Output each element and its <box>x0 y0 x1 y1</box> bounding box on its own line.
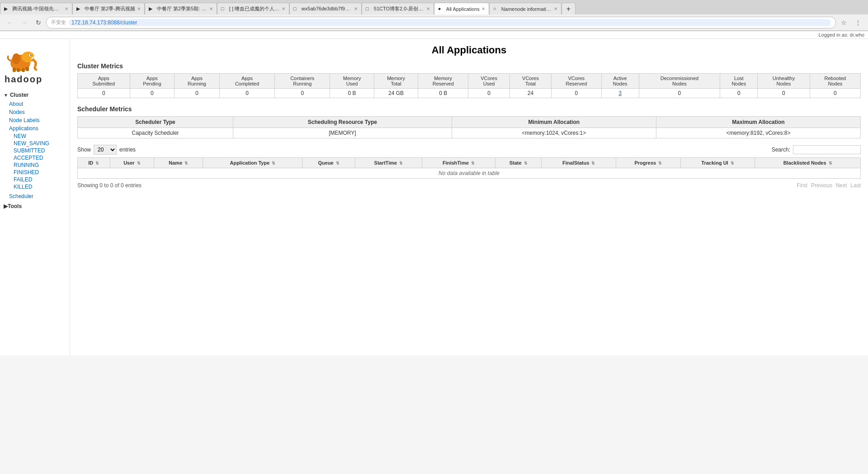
tab-close-5[interactable]: ✕ <box>354 6 358 11</box>
val-apps-submitted: 0 <box>78 89 130 98</box>
address-bar[interactable]: 不安全 172.18.74.173:8088/cluster <box>46 17 836 28</box>
col-blacklisted-nodes[interactable]: Blacklisted Nodes ⇅ <box>755 158 861 168</box>
scheduler-metrics-title: Scheduler Metrics <box>77 105 861 113</box>
tab-close-7[interactable]: ✕ <box>481 6 485 11</box>
col-app-type[interactable]: Application Type ⇅ <box>203 158 302 168</box>
sidebar-app-failed[interactable]: FAILED <box>5 176 70 183</box>
tab-new[interactable]: + <box>561 3 576 14</box>
col-vcores-used: VCoresUsed <box>468 74 510 89</box>
sidebar-node-labels[interactable]: Node Labels <box>0 116 70 124</box>
sidebar-app-submitted[interactable]: SUBMITTED <box>5 147 70 154</box>
tab-6[interactable]: □ 51CTO博客2.0-原创IT技… ✕ <box>362 3 434 14</box>
col-state[interactable]: State ⇅ <box>495 158 541 168</box>
sort-apptype-icon: ⇅ <box>272 161 275 166</box>
sort-tracking-icon: ⇅ <box>731 161 734 166</box>
sidebar-app-running[interactable]: RUNNING <box>5 161 70 169</box>
sort-progress-icon: ⇅ <box>658 161 662 166</box>
col-tracking-ui[interactable]: Tracking UI ⇅ <box>680 158 755 168</box>
sched-col-min: Minimum Allocation <box>452 117 656 128</box>
col-id[interactable]: ID ⇅ <box>78 158 110 168</box>
back-button[interactable]: ← <box>4 18 16 28</box>
entries-select[interactable]: 20 50 100 <box>94 145 117 155</box>
col-progress[interactable]: Progress ⇅ <box>616 158 680 168</box>
val-memory-total: 24 GB <box>374 89 418 98</box>
tab-close-6[interactable]: ✕ <box>426 6 430 11</box>
scheduler-row: Capacity Scheduler [MEMORY] <memory:1024… <box>78 128 861 138</box>
sidebar-about[interactable]: About <box>0 100 70 108</box>
cluster-arrow-icon: ▼ <box>4 93 8 98</box>
tab-8[interactable]: ○ Namenode informatio… ✕ <box>489 3 561 14</box>
sidebar: hadoop ▼ Cluster About Nodes Node Labels… <box>0 39 70 356</box>
sched-col-resource: Scheduling Resource Type <box>233 117 452 128</box>
sort-blacklist-icon: ⇅ <box>829 161 832 166</box>
tools-section-header[interactable]: ▶ Tools <box>0 200 70 212</box>
sidebar-nodes[interactable]: Nodes <box>0 108 70 116</box>
pagination-last[interactable]: Last <box>850 182 861 189</box>
sidebar-applications[interactable]: Applications <box>0 124 70 133</box>
col-user[interactable]: User ⇅ <box>110 158 154 168</box>
search-label: Search: <box>772 147 790 153</box>
sidebar-app-new-saving[interactable]: NEW_SAVING <box>5 140 70 147</box>
sort-name-icon: ⇅ <box>184 161 188 166</box>
show-entries: Show 20 50 100 entries <box>77 145 136 155</box>
tab-4[interactable]: □ [ ] 嗜血已成魔的个人主… ✕ <box>217 3 289 14</box>
pagination-previous[interactable]: Previous <box>811 182 832 189</box>
sched-col-type: Scheduler Type <box>78 117 233 128</box>
col-name[interactable]: Name ⇅ <box>154 158 203 168</box>
search-control: Search: <box>772 145 861 154</box>
address-text[interactable]: 172.18.74.173:8088/cluster <box>69 19 831 26</box>
sidebar-app-finished[interactable]: FINISHED <box>5 169 70 176</box>
active-nodes-link[interactable]: 3 <box>618 90 622 96</box>
tab-label-5: wx5ab76de3dbb7f9的图… <box>302 5 352 12</box>
cluster-metrics-title: Cluster Metrics <box>77 62 861 70</box>
tab-close-3[interactable]: ✕ <box>209 6 213 11</box>
show-label: Show <box>77 147 91 153</box>
col-memory-total: MemoryTotal <box>374 74 418 89</box>
val-apps-pending: 0 <box>130 89 175 98</box>
tab-1[interactable]: ▶ 腾讯视频-中国领先的在… ✕ <box>0 3 72 14</box>
svg-rect-5 <box>13 68 16 72</box>
col-apps-submitted: AppsSubmitted <box>78 74 130 89</box>
val-apps-completed: 0 <box>219 89 274 98</box>
tab-close-1[interactable]: ✕ <box>65 6 68 11</box>
sidebar-app-new[interactable]: NEW <box>5 133 70 140</box>
col-apps-completed: AppsCompleted <box>219 74 274 89</box>
svg-rect-6 <box>17 68 20 72</box>
sidebar-scheduler[interactable]: Scheduler <box>0 192 70 200</box>
nav-bar: ← → ↻ 不安全 172.18.74.173:8088/cluster ☆ ⋮ <box>0 14 868 31</box>
tab-5[interactable]: □ wx5ab76de3dbb7f9的图… ✕ <box>289 3 362 14</box>
sched-val-max: <memory:8192, vCores:8> <box>656 128 860 138</box>
col-finish-time[interactable]: FinishTime ⇅ <box>422 158 495 168</box>
sort-state-icon: ⇅ <box>524 161 528 166</box>
val-unhealthy-nodes: 0 <box>758 89 810 98</box>
tab-close-8[interactable]: ✕ <box>554 6 557 11</box>
tab-2[interactable]: ▶ 中餐厅 第2季-腾讯视频 ✕ <box>72 3 145 14</box>
pagination-next[interactable]: Next <box>836 182 847 189</box>
col-start-time[interactable]: StartTime ⇅ <box>355 158 422 168</box>
tab-favicon-6: □ <box>366 6 372 12</box>
val-vcores-used: 0 <box>468 89 510 98</box>
tab-close-4[interactable]: ✕ <box>282 6 285 11</box>
svg-point-2 <box>12 53 20 64</box>
val-active-nodes[interactable]: 3 <box>601 89 639 98</box>
menu-button[interactable]: ⋮ <box>852 18 864 28</box>
tab-7[interactable]: ● All Applications ✕ <box>434 3 489 14</box>
col-final-status[interactable]: FinalStatus ⇅ <box>542 158 616 168</box>
tab-close-2[interactable]: ✕ <box>137 6 141 11</box>
cluster-section-header[interactable]: ▼ Cluster <box>0 90 70 100</box>
sched-val-resource: [MEMORY] <box>233 128 452 138</box>
sidebar-app-accepted[interactable]: ACCEPTED <box>5 154 70 161</box>
bookmark-button[interactable]: ☆ <box>838 18 850 28</box>
logo-area: hadoop <box>0 43 70 90</box>
search-input[interactable] <box>793 145 861 154</box>
pagination-first[interactable]: First <box>797 182 807 189</box>
sidebar-app-killed[interactable]: KILLED <box>5 183 70 190</box>
col-queue[interactable]: Queue ⇅ <box>302 158 355 168</box>
reload-button[interactable]: ↻ <box>33 18 44 28</box>
tab-3[interactable]: ▶ 中餐厅 第2季第5期: 鱼… ✕ <box>145 3 217 14</box>
app-sublinks: NEW NEW_SAVING SUBMITTED ACCEPTED RUNNIN… <box>0 133 70 190</box>
cluster-metrics-row: 0 0 0 0 0 0 B 24 GB 0 B 0 24 0 3 0 0 0 0 <box>78 89 861 98</box>
forward-button[interactable]: → <box>18 18 31 28</box>
sched-col-max: Maximum Allocation <box>656 117 860 128</box>
col-unhealthy-nodes: UnhealthyNodes <box>758 74 810 89</box>
